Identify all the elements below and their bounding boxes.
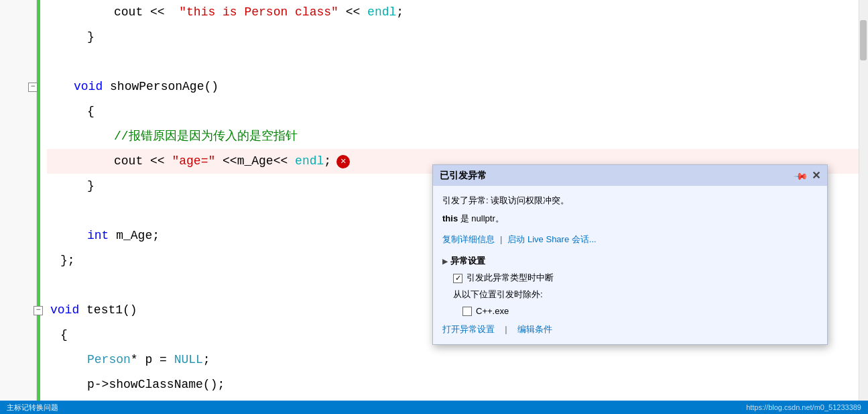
checkbox-row2: C++.exe (462, 305, 818, 319)
code-token: //报错原因是因为传入的是空指针 (114, 124, 298, 149)
status-left-text: 主标记转换问题 (7, 403, 58, 413)
code-line: p -> showClassName (); (47, 372, 861, 397)
code-token: { (87, 99, 95, 124)
popup-main-text: 引发了异常: 读取访问权限冲突。 (442, 194, 818, 208)
code-token: } (87, 174, 95, 199)
scroll-thumb[interactable] (860, 20, 867, 60)
scroll-indicator[interactable] (859, 0, 868, 414)
copy-details-link[interactable]: 复制详细信息 (442, 233, 495, 247)
code-token: << (143, 0, 179, 25)
code-token: * p = (131, 348, 174, 372)
code-token: "this is Person class" (179, 0, 338, 25)
code-line: } (47, 25, 861, 50)
code-token: cout (114, 149, 143, 174)
code-token: Person (87, 348, 131, 372)
popup-links: 复制详细信息 | 启动 Live Share 会话... (442, 233, 818, 247)
code-token: int (87, 223, 109, 248)
code-token: << (215, 149, 237, 174)
popup-section: ▶ 异常设置 ✓ 引发此异常类型时中断 从以下位置引发时除外: C++.exe (442, 254, 818, 318)
code-token: << (273, 149, 295, 174)
code-line: { (47, 99, 861, 124)
checkbox-checked[interactable]: ✓ (453, 274, 462, 283)
bottom-divider: | (500, 323, 512, 337)
popup-header-icons: 📌 ✕ (795, 169, 820, 182)
code-token: endl (295, 149, 324, 174)
code-token: "age=" (172, 149, 215, 174)
popup-null-text: this 是 nullptr。 (442, 212, 818, 226)
status-right-text: https://blog.csdn.net/m0_51233389 (746, 403, 861, 411)
code-token: ; (324, 149, 331, 174)
checkbox1-label: 引发此异常类型时中断 (467, 271, 554, 285)
code-token: { (60, 323, 68, 348)
code-token: showClassName (109, 372, 202, 397)
close-button[interactable]: ✕ (812, 169, 820, 182)
exception-popup: 已引发异常 📌 ✕ 引发了异常: 读取访问权限冲突。 this 是 nullpt… (432, 164, 828, 345)
code-token: void (50, 298, 79, 323)
code-token: NULL (174, 348, 203, 372)
code-token: void (74, 74, 103, 99)
code-token: endl (367, 0, 396, 25)
code-token: -> (95, 372, 109, 397)
code-line: − void showPersonAge () (47, 74, 861, 99)
popup-bottom-links: 打开异常设置 | 编辑条件 (442, 323, 818, 337)
code-token: m_Age (237, 149, 273, 174)
code-token: } (87, 25, 95, 50)
code-token: test1 (86, 298, 123, 323)
live-share-link[interactable]: 启动 Live Share 会话... (507, 233, 596, 247)
code-token: m_Age; (109, 223, 160, 248)
code-line: Person * p = NULL ; (47, 348, 861, 372)
sub-text: 从以下位置引发时除外: (453, 288, 818, 302)
code-line (47, 50, 861, 74)
code-line: //报错原因是因为传入的是空指针 (47, 124, 861, 149)
code-token: << (143, 149, 172, 174)
checkbox-row1: ✓ 引发此异常类型时中断 (453, 271, 818, 285)
code-token: (); (203, 372, 225, 397)
code-token: p (87, 372, 95, 397)
section-header[interactable]: ▶ 异常设置 (442, 254, 818, 268)
triangle-icon: ▶ (442, 256, 448, 267)
code-token: ; (396, 0, 404, 25)
checkbox2-label: C++.exe (476, 305, 509, 319)
code-line: cout << "this is Person class" << endl ; (47, 0, 861, 25)
popup-null-suffix: 是 nullptr。 (458, 213, 504, 223)
popup-title: 已引发异常 (440, 170, 795, 182)
code-token (79, 298, 86, 323)
edit-conditions-link[interactable]: 编辑条件 (517, 323, 552, 337)
code-token: () (123, 298, 137, 323)
collapse-icon2[interactable]: − (34, 306, 43, 315)
code-token (103, 74, 110, 99)
section-title: 异常设置 (450, 254, 485, 268)
code-token: () (204, 74, 219, 99)
error-indicator: ✕ (336, 155, 350, 168)
popup-header: 已引发异常 📌 ✕ (433, 165, 827, 186)
popup-divider: | (500, 233, 502, 247)
code-editor: cout << "this is Person class" << endl ;… (0, 0, 868, 414)
popup-this-keyword: this (442, 213, 458, 223)
collapse-icon[interactable]: − (28, 83, 38, 92)
code-token: << (338, 0, 367, 25)
status-bar: 主标记转换问题 https://blog.csdn.net/m0_5123338… (0, 401, 868, 414)
pin-icon[interactable]: 📌 (793, 168, 808, 183)
open-exception-settings-link[interactable]: 打开异常设置 (442, 323, 495, 337)
checkbox-unchecked[interactable] (462, 307, 472, 316)
code-token: ; (203, 348, 210, 372)
code-token: }; (60, 248, 75, 273)
code-token: cout (114, 0, 143, 25)
line-gutter (0, 0, 37, 414)
popup-body: 引发了异常: 读取访问权限冲突。 this 是 nullptr。 复制详细信息 … (433, 186, 827, 344)
code-token: showPersonAge (110, 74, 204, 99)
